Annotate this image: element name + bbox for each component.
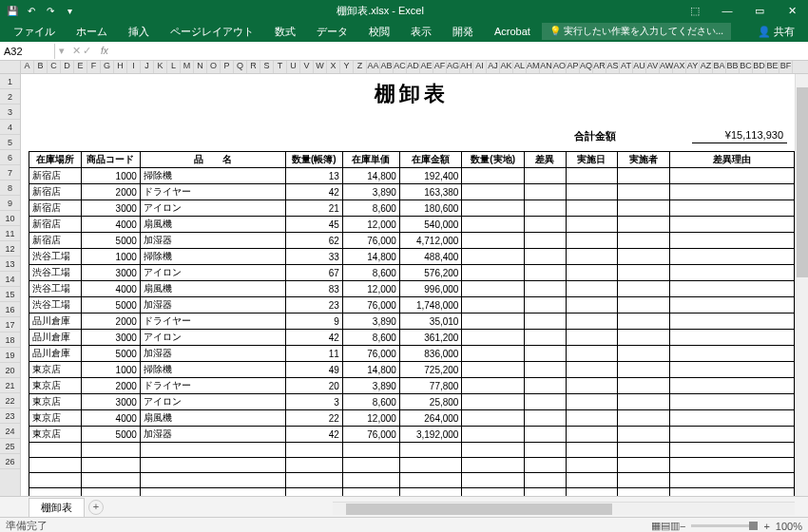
table-cell[interactable]: 14,800 (342, 362, 399, 378)
col-header[interactable]: AO (553, 61, 567, 73)
table-cell[interactable] (669, 233, 794, 249)
row-header[interactable]: 9 (0, 196, 20, 211)
table-cell[interactable]: 11 (285, 346, 342, 362)
table-cell[interactable] (669, 168, 794, 184)
tab-insert[interactable]: 挿入 (119, 23, 159, 41)
table-cell[interactable] (669, 297, 794, 314)
table-cell[interactable] (524, 217, 566, 233)
table-cell[interactable]: 76,000 (342, 233, 399, 249)
table-cell[interactable] (566, 233, 618, 249)
table-cell[interactable] (462, 378, 525, 394)
table-cell[interactable] (81, 443, 140, 458)
table-cell[interactable] (566, 249, 618, 265)
add-sheet-button[interactable]: + (88, 500, 104, 515)
table-cell[interactable]: ドライヤー (140, 184, 285, 200)
col-header[interactable]: AT (620, 61, 633, 73)
table-cell[interactable] (669, 443, 794, 458)
table-cell[interactable]: 163,380 (399, 184, 462, 200)
table-cell[interactable]: 67 (285, 265, 342, 281)
table-cell[interactable] (462, 427, 525, 443)
table-cell[interactable] (524, 394, 566, 410)
col-header[interactable]: G (101, 61, 114, 73)
table-cell[interactable] (618, 488, 670, 497)
table-cell[interactable]: 33 (285, 249, 342, 265)
table-cell[interactable]: 渋谷工場 (29, 281, 82, 297)
col-header[interactable]: H (114, 61, 127, 73)
table-cell[interactable] (399, 473, 462, 488)
table-cell[interactable] (669, 488, 794, 497)
maximize-button[interactable]: ▭ (743, 0, 776, 21)
table-cell[interactable]: 14,800 (342, 168, 399, 184)
table-cell[interactable]: 77,800 (399, 378, 462, 394)
tab-data[interactable]: データ (307, 23, 357, 41)
table-cell[interactable] (462, 184, 525, 200)
table-cell[interactable] (524, 378, 566, 394)
table-cell[interactable]: 3000 (81, 200, 140, 217)
col-header[interactable]: AL (513, 61, 527, 73)
table-cell[interactable]: 2000 (81, 314, 140, 330)
table-cell[interactable] (566, 265, 618, 281)
col-header[interactable]: AH (460, 61, 473, 73)
table-cell[interactable]: 361,200 (399, 330, 462, 346)
fx-icon[interactable]: fx (95, 46, 114, 56)
table-cell[interactable]: 540,000 (399, 217, 462, 233)
table-cell[interactable]: 1000 (81, 249, 140, 265)
row-header[interactable]: 2 (0, 89, 20, 104)
table-cell[interactable] (29, 458, 82, 473)
col-header[interactable]: BC (740, 61, 753, 73)
table-cell[interactable] (342, 443, 399, 458)
view-normal-icon[interactable]: ▦ (651, 520, 661, 532)
col-header[interactable]: X (327, 61, 340, 73)
table-cell[interactable] (524, 200, 566, 217)
row-header[interactable]: 21 (0, 378, 20, 393)
row-header[interactable]: 24 (0, 424, 20, 439)
tab-pagelayout[interactable]: ページレイアウト (161, 23, 263, 41)
table-cell[interactable]: 5000 (81, 346, 140, 362)
table-cell[interactable]: 1,748,000 (399, 297, 462, 314)
table-cell[interactable]: 192,400 (399, 168, 462, 184)
table-cell[interactable] (566, 184, 618, 200)
table-cell[interactable] (462, 443, 525, 458)
col-header[interactable]: AA (367, 61, 380, 73)
table-cell[interactable]: 掃除機 (140, 249, 285, 265)
table-cell[interactable] (29, 473, 82, 488)
col-header[interactable]: AS (606, 61, 620, 73)
row-header[interactable]: 14 (0, 272, 20, 287)
table-cell[interactable] (566, 473, 618, 488)
zoom-level[interactable]: 100% (776, 521, 802, 532)
table-cell[interactable] (140, 458, 285, 473)
table-cell[interactable] (462, 458, 525, 473)
table-cell[interactable] (618, 168, 670, 184)
table-cell[interactable]: 42 (285, 427, 342, 443)
table-cell[interactable] (669, 362, 794, 378)
tell-me-input[interactable]: 💡 実行したい作業を入力してください... (542, 23, 731, 40)
table-cell[interactable]: アイロン (140, 200, 285, 217)
table-cell[interactable] (618, 184, 670, 200)
col-header[interactable]: AJ (487, 61, 500, 73)
table-cell[interactable]: 渋谷工場 (29, 297, 82, 314)
table-cell[interactable]: 22 (285, 410, 342, 427)
table-cell[interactable] (524, 458, 566, 473)
row-header[interactable]: 20 (0, 363, 20, 378)
table-cell[interactable] (81, 458, 140, 473)
col-header[interactable]: Y (340, 61, 354, 73)
table-cell[interactable] (462, 410, 525, 427)
row-header[interactable]: 7 (0, 165, 20, 180)
table-cell[interactable] (669, 378, 794, 394)
table-cell[interactable] (669, 330, 794, 346)
table-cell[interactable] (140, 473, 285, 488)
table-cell[interactable]: アイロン (140, 265, 285, 281)
table-cell[interactable] (524, 265, 566, 281)
table-cell[interactable]: 新宿店 (29, 217, 82, 233)
table-cell[interactable] (524, 346, 566, 362)
table-cell[interactable]: 76,000 (342, 427, 399, 443)
table-cell[interactable] (462, 281, 525, 297)
table-cell[interactable]: 新宿店 (29, 168, 82, 184)
col-header[interactable]: AK (500, 61, 513, 73)
table-cell[interactable] (285, 443, 342, 458)
table-cell[interactable]: 掃除機 (140, 362, 285, 378)
table-cell[interactable]: 5000 (81, 427, 140, 443)
table-cell[interactable] (462, 233, 525, 249)
col-header[interactable]: AP (567, 61, 580, 73)
col-header[interactable]: P (221, 61, 234, 73)
